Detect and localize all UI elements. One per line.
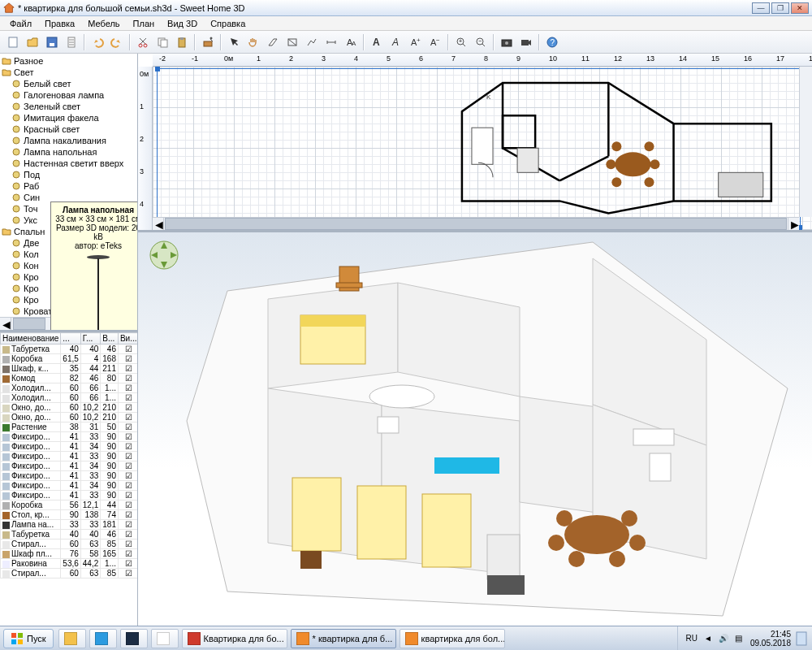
photo-button[interactable] bbox=[498, 33, 516, 51]
paste-button[interactable] bbox=[173, 33, 191, 51]
taskbar-item[interactable] bbox=[58, 629, 86, 648]
table-header[interactable]: В... bbox=[101, 333, 119, 344]
furniture-catalog[interactable]: РазноеСветБелый светГалогеновая лампаЗел… bbox=[0, 54, 137, 330]
tray-clock[interactable]: 21:45 09.05.2018 bbox=[750, 630, 791, 648]
table-header[interactable]: Г... bbox=[80, 333, 100, 344]
text-increase-button[interactable]: A+ bbox=[407, 33, 425, 51]
room-tool[interactable] bbox=[283, 33, 301, 51]
catalog-item[interactable]: Лампа напольная bbox=[2, 146, 136, 158]
close-button[interactable]: ✕ bbox=[791, 2, 809, 14]
catalog-item[interactable]: Зеленый свет bbox=[2, 101, 136, 112]
table-row[interactable]: Стирал...606385☑ bbox=[1, 540, 138, 549]
catalog-item[interactable]: Лампа накаливания bbox=[2, 135, 136, 146]
menu-help[interactable]: Справка bbox=[204, 18, 252, 29]
menu-3dview[interactable]: Вид 3D bbox=[161, 18, 204, 29]
catalog-item[interactable]: Галогеновая лампа bbox=[2, 89, 136, 101]
tray-network-icon[interactable]: ▤ bbox=[735, 634, 742, 643]
help-button[interactable]: ? bbox=[543, 33, 561, 51]
text-tool-plain[interactable]: AA bbox=[342, 33, 360, 51]
table-row[interactable]: Комод824680☑ bbox=[1, 374, 138, 384]
table-row[interactable]: Лампа на...3333181☑ bbox=[1, 520, 138, 530]
table-row[interactable]: Фиксиро...413490☑ bbox=[1, 462, 138, 471]
undo-button[interactable] bbox=[89, 33, 106, 51]
table-row[interactable]: Холодил...60661...☑ bbox=[1, 384, 138, 393]
zoom-out-button[interactable]: − bbox=[472, 33, 490, 51]
menu-file[interactable]: Файл bbox=[3, 18, 38, 29]
plan-2d-pane[interactable]: -2-10м123456789101112131415161718 0м1234 bbox=[138, 54, 812, 232]
prefs-button[interactable] bbox=[63, 33, 80, 51]
wall-tool[interactable] bbox=[264, 33, 282, 51]
table-row[interactable]: Стол, кр...9013874☑ bbox=[1, 510, 138, 520]
menu-furniture[interactable]: Мебель bbox=[81, 18, 126, 29]
system-tray[interactable]: RU ◄ 🔊 ▤ 21:45 09.05.2018 bbox=[677, 626, 812, 650]
table-row[interactable]: Фиксиро...413490☑ bbox=[1, 481, 138, 491]
table-header[interactable]: Наименование bbox=[1, 333, 61, 344]
polyline-tool[interactable] bbox=[303, 33, 321, 51]
taskbar-item[interactable]: Квартирка для бо... bbox=[182, 629, 287, 648]
catalog-item[interactable]: Разное bbox=[2, 55, 136, 67]
table-row[interactable]: Стирал...606385☑ bbox=[1, 569, 138, 578]
cut-button[interactable] bbox=[134, 33, 152, 51]
plan-scrollbar-h[interactable]: ◄► bbox=[153, 217, 799, 230]
show-desktop-button[interactable] bbox=[796, 631, 807, 646]
copy-button[interactable] bbox=[153, 33, 171, 51]
catalog-item[interactable]: Под bbox=[2, 169, 136, 180]
table-row[interactable]: Фиксиро...413390☑ bbox=[1, 432, 138, 442]
redo-button[interactable] bbox=[108, 33, 126, 51]
taskbar-item[interactable] bbox=[120, 629, 148, 648]
new-button[interactable] bbox=[4, 33, 22, 51]
start-label: Пуск bbox=[27, 634, 46, 644]
furniture-table[interactable]: Наименование...Г...В...Ви... Табуретка40… bbox=[0, 330, 137, 626]
table-row[interactable]: Фиксиро...413390☑ bbox=[1, 452, 138, 462]
table-row[interactable]: Шкаф пл...7658165☑ bbox=[1, 549, 138, 559]
tray-expand-icon[interactable]: ◄ bbox=[704, 634, 712, 643]
tray-volume-icon[interactable]: 🔊 bbox=[719, 634, 728, 643]
save-button[interactable] bbox=[43, 33, 61, 51]
catalog-item[interactable]: Красный свет bbox=[2, 124, 136, 135]
table-row[interactable]: Холодил...60661...☑ bbox=[1, 393, 138, 403]
catalog-item[interactable]: Раб bbox=[2, 180, 136, 192]
catalog-item[interactable]: Настенная светит вверх bbox=[2, 158, 136, 169]
table-header[interactable]: ... bbox=[61, 333, 80, 344]
text-italic-button[interactable]: A bbox=[387, 33, 405, 51]
table-row[interactable]: Окно, до...6010,2210☑ bbox=[1, 413, 138, 422]
tray-lang[interactable]: RU bbox=[686, 634, 698, 643]
table-row[interactable]: Окно, до...6010,2210☑ bbox=[1, 403, 138, 413]
table-row[interactable]: Растение383150☑ bbox=[1, 422, 138, 432]
nav-compass-icon[interactable] bbox=[146, 237, 182, 273]
table-row[interactable]: Табуретка404046☑ bbox=[1, 530, 138, 540]
video-button[interactable] bbox=[517, 33, 535, 51]
start-button[interactable]: Пуск bbox=[3, 629, 54, 648]
table-row[interactable]: Раковина53,644,21...☑ bbox=[1, 559, 138, 569]
text-bold-button[interactable]: A bbox=[368, 33, 386, 51]
menu-plan[interactable]: План bbox=[127, 18, 162, 29]
catalog-item[interactable]: Имитация факела bbox=[2, 112, 136, 124]
select-tool[interactable] bbox=[225, 33, 243, 51]
table-row[interactable]: Шкаф, к...3544211☑ bbox=[1, 364, 138, 374]
catalog-item[interactable]: Белый свет bbox=[2, 78, 136, 89]
text-decrease-button[interactable]: A− bbox=[426, 33, 444, 51]
pan-tool[interactable] bbox=[244, 33, 262, 51]
taskbar-item[interactable]: квартирка для бол... bbox=[400, 629, 505, 648]
taskbar-item[interactable] bbox=[151, 629, 179, 648]
table-row[interactable]: Табуретка404046☑ bbox=[1, 344, 138, 354]
dimension-tool[interactable] bbox=[322, 33, 340, 51]
zoom-in-button[interactable]: + bbox=[452, 33, 470, 51]
table-row[interactable]: Фиксиро...413490☑ bbox=[1, 442, 138, 452]
taskbar-item[interactable] bbox=[89, 629, 117, 648]
plan-canvas[interactable]: K bbox=[153, 67, 812, 230]
table-row[interactable]: Фиксиро...413390☑ bbox=[1, 491, 138, 500]
open-button[interactable] bbox=[24, 33, 41, 51]
table-row[interactable]: Коробка5612,144☑ bbox=[1, 500, 138, 510]
menu-edit[interactable]: Правка bbox=[38, 18, 81, 29]
view-3d-pane[interactable] bbox=[138, 232, 812, 626]
taskbar-item[interactable]: * квартирка для б... bbox=[291, 629, 396, 648]
maximize-button[interactable]: ❐ bbox=[771, 2, 789, 14]
add-furniture-button[interactable] bbox=[199, 33, 217, 51]
plan-scrollbar-v[interactable] bbox=[799, 67, 812, 217]
table-header[interactable]: Ви... bbox=[118, 333, 137, 344]
minimize-button[interactable]: — bbox=[752, 2, 770, 14]
catalog-item[interactable]: Свет bbox=[2, 67, 136, 78]
table-row[interactable]: Коробка61,54168☑ bbox=[1, 354, 138, 364]
table-row[interactable]: Фиксиро...413390☑ bbox=[1, 471, 138, 481]
